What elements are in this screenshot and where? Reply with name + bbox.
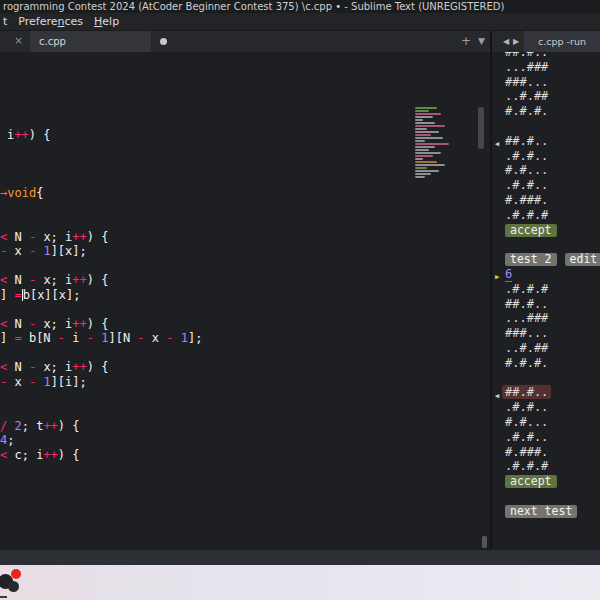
- tab-close-icon[interactable]: ×: [14, 34, 23, 47]
- menu-bar: tPreferencesHelp: [0, 13, 600, 31]
- code-line: [0, 55, 414, 70]
- nav-right-icon[interactable]: ▶: [513, 37, 519, 46]
- test-grid-line: ##.#..: [492, 297, 600, 312]
- test-grid-line: #.#.#.: [492, 356, 600, 371]
- code-line: ] = b[N - i - 1][N - x - 1];: [0, 331, 414, 346]
- tab-bar: × c.cpp + ▼ ◀ ▶ c.cpp -run: [0, 31, 600, 52]
- code-line: - x - 1][i];: [0, 375, 414, 390]
- menu-item-help[interactable]: Help: [94, 13, 119, 31]
- code-line: - x - 1][x];: [0, 244, 414, 259]
- test-2-badge[interactable]: test 2: [505, 253, 557, 266]
- test-grid-line: .#.#.#: [492, 208, 600, 223]
- edit-badge[interactable]: edit: [565, 253, 600, 266]
- code-line: < N - x; i++) {: [0, 273, 414, 288]
- code-line: [0, 259, 414, 274]
- minimap[interactable]: [415, 107, 462, 185]
- test-grid-line: #.#.#.: [492, 104, 600, 119]
- test-grid-line: ##.#..: [492, 52, 600, 60]
- test-grid-line: .#.#..: [492, 149, 600, 164]
- output-blank-line: [492, 489, 600, 504]
- app-icon-circle-small: [8, 581, 19, 592]
- test-grid-line: ..#.##: [492, 341, 600, 356]
- tab-c-cpp-run[interactable]: c.cpp -run: [524, 31, 600, 52]
- code-line: [0, 157, 414, 172]
- run-tab-label: c.cpp -run: [538, 36, 586, 47]
- test-grid-line: .#.#.#: [492, 282, 600, 297]
- code-line: ] =b[x][x];: [0, 288, 414, 303]
- code-line: i++) {: [0, 128, 414, 143]
- run-output-content: ##.#.....######.....#.###.#.#.◀##.#...#.…: [492, 52, 600, 519]
- menu-item-t[interactable]: t: [3, 13, 7, 31]
- editor-scrollbar-thumb-bottom[interactable]: [482, 536, 487, 548]
- sublime-window: rogramming Contest 2024 (AtCoder Beginne…: [0, 0, 600, 600]
- code-line: [0, 302, 414, 317]
- output-blank-line: [492, 237, 600, 252]
- code-line: [0, 113, 414, 128]
- code-line: < N - x; i++) {: [0, 317, 414, 332]
- code-line: [0, 171, 414, 186]
- editor-scrollbar-thumb[interactable]: [478, 107, 484, 149]
- code-line: < c; i++) {: [0, 448, 414, 463]
- code-line: / 2; t++) {: [0, 419, 414, 434]
- test-grid-line: ###...: [492, 326, 600, 341]
- code-line: [0, 404, 414, 419]
- taskbar-app-icon[interactable]: [0, 567, 24, 597]
- output-blank-line: [492, 371, 600, 386]
- test-input-line: ▶6: [492, 267, 600, 282]
- code-line: < N - x; i++) {: [0, 230, 414, 245]
- notification-dot-icon: [11, 569, 21, 579]
- code-line: < N - x; i++) {: [0, 360, 414, 375]
- code-line: 4;: [0, 433, 414, 448]
- window-title: rogramming Contest 2024 (AtCoder Beginne…: [3, 1, 504, 12]
- accept-badge[interactable]: accept: [505, 224, 557, 237]
- tab-dropdown-icon[interactable]: ▼: [478, 36, 485, 46]
- output-badge-row: test 2edit: [492, 252, 600, 267]
- title-bar: rogramming Contest 2024 (AtCoder Beginne…: [0, 0, 600, 13]
- code-line: [0, 215, 414, 230]
- test-grid-line: ###...: [492, 75, 600, 90]
- code-line: [0, 200, 414, 215]
- test-grid-line: ...###: [492, 311, 600, 326]
- test-grid-line: ◀##.#..: [492, 134, 600, 149]
- test-grid-line: #.###.: [492, 193, 600, 208]
- test-grid-line: #.#...: [492, 163, 600, 178]
- test-grid-line: ...###: [492, 60, 600, 75]
- nav-left-icon[interactable]: ◀: [503, 37, 509, 46]
- output-badge-row: accept: [492, 474, 600, 489]
- tab-label: c.cpp: [39, 36, 66, 47]
- status-bar: [0, 549, 600, 565]
- code-line: [0, 142, 414, 157]
- output-badge-row: next test: [492, 504, 600, 519]
- test-grid-line: .#.#..: [492, 400, 600, 415]
- test-grid-line: .#.#..: [492, 178, 600, 193]
- test-grid-line: #.###.: [492, 445, 600, 460]
- code-line: [0, 346, 414, 361]
- code-text: i++) {→void{< N - x; i++) {- x - 1][x];<…: [0, 55, 414, 462]
- code-editor[interactable]: i++) {→void{< N - x; i++) {- x - 1][x];<…: [0, 52, 490, 549]
- accept-badge[interactable]: accept: [505, 475, 557, 488]
- test-grid-line: ..#.##: [492, 89, 600, 104]
- output-badge-row: accept: [492, 223, 600, 238]
- code-line: [0, 390, 414, 405]
- menu-item-preferences[interactable]: Preferences: [18, 13, 83, 31]
- desktop-area: [0, 565, 600, 600]
- test-grid-line: .#.#..: [492, 430, 600, 445]
- test-grid-line: .#.#.#: [492, 459, 600, 474]
- modified-dot-icon: [160, 38, 167, 45]
- code-line: [0, 84, 414, 99]
- tab-c-cpp[interactable]: c.cpp: [30, 31, 151, 52]
- run-output-panel: ##.#.....######.....#.###.#.#.◀##.#...#.…: [492, 52, 600, 549]
- new-tab-icon[interactable]: +: [461, 34, 471, 48]
- code-line: [0, 99, 414, 114]
- next-test-badge[interactable]: next test: [505, 505, 577, 518]
- output-blank-line: [492, 119, 600, 134]
- test-grid-line: ◀##.#..: [492, 385, 600, 400]
- test-grid-line: #.#...: [492, 415, 600, 430]
- code-line: →void{: [0, 186, 414, 201]
- icon-label-dash: [0, 596, 7, 598]
- code-line: [0, 70, 414, 85]
